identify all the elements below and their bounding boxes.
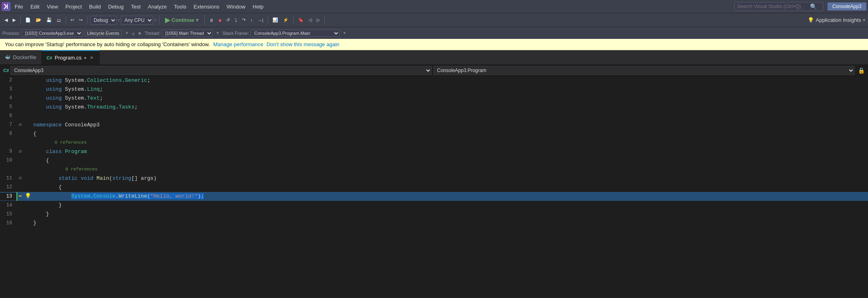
dismiss-link[interactable]: Don't show this message again xyxy=(266,41,339,47)
restart-btn[interactable]: ↺ xyxy=(224,16,232,24)
menu-build[interactable]: Build xyxy=(86,2,104,11)
cs-nav-icon: C# xyxy=(3,68,9,73)
dockerfile-icon: 🐳 xyxy=(5,55,11,60)
collapse-11[interactable]: ⊟ xyxy=(19,175,21,182)
line-num-2: 2 xyxy=(0,77,16,84)
debug-mode-select[interactable]: Debug xyxy=(90,16,117,25)
continue-dropdown-icon[interactable]: ▾ xyxy=(196,17,199,23)
save-btn[interactable]: 💾 xyxy=(44,16,54,24)
ai-insights-label[interactable]: Application Insights xyxy=(816,17,861,23)
menu-project[interactable]: Project xyxy=(62,2,85,11)
menu-extensions[interactable]: Extensions xyxy=(190,2,223,11)
stackframe-label: Stack Frame: xyxy=(223,31,249,36)
undo-btn[interactable]: ↩ xyxy=(69,16,76,24)
menu-analyze[interactable]: Analyze xyxy=(145,2,170,11)
line-content-14: } xyxy=(32,201,868,210)
tab-programcs-label: Program.cs xyxy=(55,55,81,61)
bookmark2-btn[interactable]: ◁ xyxy=(306,16,314,24)
code-line-5: 5 using System.Threading.Tasks; xyxy=(0,103,868,112)
line-content-15: } xyxy=(32,210,868,219)
bookmark-btn[interactable]: 🔖 xyxy=(296,16,306,24)
tab-programcs[interactable]: C# Program.cs ● ✕ xyxy=(42,50,100,64)
thread-arrow[interactable]: ▾ xyxy=(214,29,221,37)
new-btn[interactable]: 📄 xyxy=(23,16,33,24)
filter-icon[interactable]: ⏚ xyxy=(132,30,135,36)
line-content-16: } xyxy=(32,219,868,228)
vs-logo xyxy=(2,2,11,11)
collapse-7[interactable]: ⊟ xyxy=(19,122,21,128)
line-num-10: 10 xyxy=(0,157,16,164)
menu-view[interactable]: View xyxy=(43,2,61,11)
pause-btn[interactable]: ⏸ xyxy=(207,17,216,24)
account-button[interactable]: ConsoleApp3 xyxy=(827,2,866,11)
menu-edit[interactable]: Edit xyxy=(27,2,43,11)
step-over-btn[interactable]: ↷ xyxy=(240,16,248,24)
bookmark3-btn[interactable]: ▷ xyxy=(315,16,322,24)
tab-close-button[interactable]: ✕ xyxy=(89,55,94,60)
ref-hint-content-9: 0 references xyxy=(32,139,868,147)
manage-performance-link[interactable]: Manage performance xyxy=(213,41,264,47)
search-input[interactable] xyxy=(737,4,810,9)
search-box[interactable]: 🔍 xyxy=(734,2,823,11)
search-icon: 🔍 xyxy=(810,3,817,10)
menu-tools[interactable]: Tools xyxy=(171,2,189,11)
line-num-7: 7 xyxy=(0,121,16,129)
line-content-8: { xyxy=(32,130,868,138)
diag2-btn[interactable]: ⚡ xyxy=(281,16,291,24)
arrow-indicator: ➡ xyxy=(19,192,22,201)
menu-help[interactable]: Help xyxy=(249,2,267,11)
nav-group: ◀ ▶ xyxy=(2,16,21,24)
tab-dockerfile[interactable]: 🐳 Dockerfile xyxy=(0,50,42,64)
code-editor[interactable]: 2 using System.Collections.Generic; 3 us… xyxy=(0,76,868,228)
back-btn[interactable]: ◀ xyxy=(2,16,10,24)
step-out-btn[interactable]: ↑ xyxy=(249,17,255,24)
gutter-9: ⊟ xyxy=(16,149,24,155)
gutter-11: ⊟ xyxy=(16,175,24,182)
line-num-6: 6 xyxy=(0,112,16,120)
menu-debug[interactable]: Debug xyxy=(105,2,127,11)
line-content-4: using System.Text; xyxy=(32,94,868,103)
code-line-4: 4 using System.Text; xyxy=(0,94,868,103)
redo-btn[interactable]: ↪ xyxy=(77,16,85,24)
lb-13[interactable]: 💡 xyxy=(24,192,32,201)
menu-window[interactable]: Window xyxy=(223,2,249,11)
member-select[interactable]: ConsoleApp3.Program xyxy=(433,66,855,75)
process-select[interactable]: [1032] ConsoleApp3.exe xyxy=(21,30,83,37)
info-message: You can improve 'Startup' performance by… xyxy=(5,41,210,47)
tab-bar: 🐳 Dockerfile C# Program.cs ● ✕ xyxy=(0,50,868,65)
line-num-13: 13 xyxy=(0,193,16,200)
continue-button[interactable]: ▶ Continue ▾ xyxy=(162,15,202,25)
ai-dropdown-icon[interactable]: ▾ xyxy=(863,17,866,23)
lock-icon[interactable]: 🔒 xyxy=(858,67,865,74)
svg-rect-0 xyxy=(7,4,8,9)
debug-toolbar: Process: [1032] ConsoleApp3.exe Lifecycl… xyxy=(0,27,868,39)
line-content-10: { xyxy=(32,157,868,165)
stackframe-select[interactable]: ConsoleApp3.Program.Main xyxy=(251,30,340,37)
editor-area: 2 using System.Collections.Generic; 3 us… xyxy=(0,76,868,298)
code-line-16: 16 } xyxy=(0,219,868,228)
lifecycle-arrow[interactable]: ▾ xyxy=(124,29,130,37)
code-line-9: 9 ⊟ class Program xyxy=(0,147,868,156)
stackframe-arrow[interactable]: ▾ xyxy=(341,29,348,37)
fwd-btn[interactable]: ▶ xyxy=(11,16,18,24)
code-line-12: 12 { xyxy=(0,183,868,192)
stop-btn[interactable]: ■ xyxy=(216,17,223,24)
platform-select[interactable]: Any CPU xyxy=(121,16,153,25)
collapse-9[interactable]: ⊟ xyxy=(19,149,21,155)
diagnostic-group: 📊 ⚡ xyxy=(270,16,294,24)
modified-indicator: ● xyxy=(84,55,86,60)
namespace-select[interactable]: ConsoleApp3 xyxy=(11,66,432,75)
code-line-3: 3 using System.Linq; xyxy=(0,85,868,94)
save-all-btn[interactable]: 🗂 xyxy=(55,17,63,24)
line-num-5: 5 xyxy=(0,103,16,111)
diag-btn[interactable]: 📊 xyxy=(270,16,280,24)
menu-test[interactable]: Test xyxy=(128,2,144,11)
line-num-8: 8 xyxy=(0,130,16,138)
gutter-7: ⊟ xyxy=(16,122,24,128)
open-btn[interactable]: 📂 xyxy=(34,16,43,24)
run-to-cursor-btn[interactable]: →| xyxy=(255,17,265,24)
thread-select[interactable]: [1056] Main Thread xyxy=(162,30,213,37)
menu-file[interactable]: File xyxy=(11,2,26,11)
step-into-btn[interactable]: ⤵ xyxy=(233,17,239,24)
lifecycle-dropdown[interactable]: Lifecycle Events xyxy=(84,30,122,36)
